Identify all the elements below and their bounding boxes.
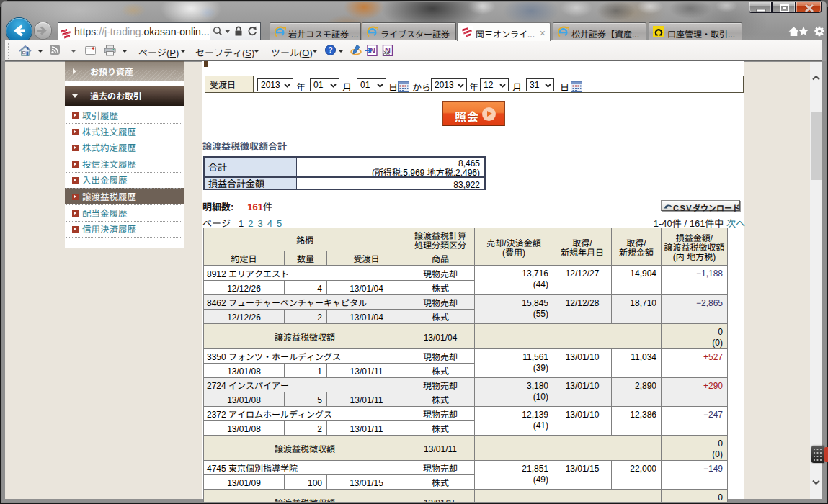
svg-text:?: ? (328, 46, 332, 54)
